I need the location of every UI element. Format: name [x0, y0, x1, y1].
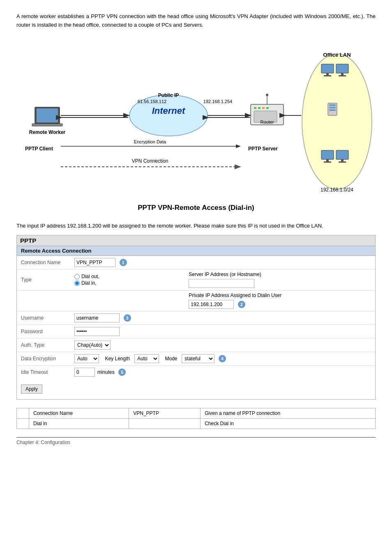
- ref-row-2: Dial in Check Dial in: [17, 419, 376, 429]
- svg-rect-31: [37, 108, 58, 122]
- connection-name-value-cell: 1: [70, 256, 184, 269]
- svg-text:VPN Connection: VPN Connection: [132, 158, 168, 164]
- connection-name-label: Connection Name: [17, 256, 70, 269]
- svg-rect-16: [341, 159, 344, 161]
- badge-4: 4: [219, 355, 226, 362]
- svg-rect-23: [258, 107, 261, 109]
- svg-text:PPTP Client: PPTP Client: [25, 146, 53, 152]
- auth-type-cell: Chap(Auto): [70, 339, 375, 352]
- svg-rect-6: [341, 73, 344, 75]
- mode-label: Mode: [165, 356, 177, 362]
- idle-timeout-input[interactable]: [74, 368, 95, 377]
- ref-num-empty-2: [17, 419, 29, 429]
- svg-rect-4: [324, 75, 331, 76]
- second-paragraph: The input IP address 192.168.1.200 will …: [16, 222, 376, 230]
- username-input[interactable]: [74, 313, 120, 322]
- network-diagram: Office LAN 192.168.1.0/24: [16, 39, 376, 200]
- server-ip-input[interactable]: [189, 279, 254, 288]
- row-type-private: Private IP Address Assigned to Dialin Us…: [17, 290, 375, 311]
- username-cell: 3: [70, 311, 375, 325]
- mode-select[interactable]: stateful: [182, 354, 214, 363]
- svg-rect-24: [262, 107, 265, 109]
- svg-text:Public IP: Public IP: [158, 92, 179, 98]
- diagram-title: PPTP VPN-Remote Access (Dial-in): [16, 204, 376, 212]
- row-idle-timeout: Idle Timeout minutes 5: [17, 366, 375, 379]
- svg-rect-11: [329, 109, 336, 111]
- svg-text:61.56.158.112: 61.56.158.112: [138, 99, 166, 104]
- svg-rect-2: [321, 64, 334, 73]
- connection-name-input[interactable]: [74, 258, 115, 267]
- type-options-cell: Dial out, Dial in,: [70, 269, 184, 290]
- apply-button[interactable]: Apply: [21, 385, 42, 394]
- badge-3: 3: [124, 314, 131, 322]
- footer: Chapter 4: Configuration: [16, 437, 376, 445]
- idle-timeout-cell: minutes 5: [70, 366, 375, 379]
- idle-timeout-label: Idle Timeout: [17, 366, 70, 379]
- badge-1: 1: [120, 259, 127, 266]
- idle-timeout-unit: minutes: [97, 369, 115, 375]
- private-ip-label: Private IP Address Assigned to Dialin Us…: [189, 292, 371, 298]
- svg-text:Encryption Data: Encryption Data: [134, 139, 166, 144]
- private-ip-input[interactable]: [189, 300, 234, 309]
- auth-type-select[interactable]: Chap(Auto): [74, 341, 111, 350]
- server-ip-label: Server IP Address (or Hostname): [189, 272, 371, 277]
- ref-num-empty-1: [17, 408, 29, 419]
- ref-col3-1: Given a name of PPTP connection: [201, 408, 376, 419]
- ref-col1-2: Dial in: [29, 419, 129, 429]
- key-length-select[interactable]: Auto: [134, 354, 159, 363]
- row-password: Password: [17, 325, 375, 339]
- data-enc-select[interactable]: Auto: [74, 354, 99, 363]
- dial-out-option: Dial out,: [74, 274, 180, 279]
- svg-rect-5: [336, 64, 348, 73]
- svg-rect-10: [329, 107, 336, 108]
- data-enc-label: Data Encryption: [17, 352, 70, 366]
- svg-text:Internet: Internet: [152, 106, 186, 116]
- private-ip-cell: Private IP Address Assigned to Dialin Us…: [184, 290, 375, 311]
- password-input[interactable]: [74, 327, 120, 336]
- ref-col2-2: [129, 419, 201, 429]
- svg-point-21: [266, 94, 268, 96]
- pptp-form-table: Connection Name 1 Type Dial out, Dial in…: [17, 256, 375, 379]
- dial-in-option: Dial in,: [74, 280, 180, 286]
- svg-rect-7: [339, 75, 346, 76]
- badge-2: 2: [238, 301, 245, 308]
- svg-rect-9: [329, 104, 336, 106]
- auth-type-label: Auth. Type: [17, 339, 70, 352]
- dial-in-label: Dial in,: [81, 280, 97, 286]
- svg-rect-25: [266, 107, 269, 109]
- ref-col3-2: Check Dial in: [201, 419, 376, 429]
- dial-out-radio[interactable]: [74, 274, 80, 279]
- ref-table: Connection Name VPN_PPTP Given a name of…: [16, 408, 376, 429]
- ref-col2-1: VPN_PPTP: [129, 408, 201, 419]
- pptp-section-title: Remote Access Connection: [17, 246, 375, 256]
- ref-row-1: Connection Name VPN_PPTP Given a name of…: [17, 408, 376, 419]
- svg-rect-13: [326, 159, 329, 161]
- svg-rect-3: [326, 73, 329, 75]
- pptp-panel: PPTP Remote Access Connection Connection…: [16, 235, 376, 400]
- dial-out-label: Dial out,: [81, 274, 99, 279]
- username-label: Username: [17, 311, 70, 325]
- intro-paragraph: A remote worker establishes a PPTP VPN c…: [16, 12, 376, 30]
- svg-rect-22: [254, 107, 256, 109]
- svg-text:192.168.1.254: 192.168.1.254: [203, 99, 232, 104]
- key-length-label: Key Length: [105, 356, 130, 362]
- svg-text:Office LAN: Office LAN: [323, 52, 350, 58]
- ref-col1-1: Connection Name: [29, 408, 129, 419]
- pptp-panel-title: PPTP: [17, 235, 375, 246]
- svg-point-0: [302, 54, 372, 189]
- svg-text:Router: Router: [260, 120, 274, 124]
- data-enc-cell: Auto Key Length Auto Mode stateful 4: [70, 352, 375, 366]
- password-cell: [70, 325, 375, 339]
- password-label: Password: [17, 325, 70, 339]
- dial-in-radio[interactable]: [74, 281, 80, 286]
- apply-section: Apply: [17, 379, 375, 399]
- svg-rect-32: [32, 124, 62, 126]
- svg-text:PPTP Server: PPTP Server: [248, 146, 278, 152]
- svg-text:192.168.1.0/24: 192.168.1.0/24: [321, 187, 353, 193]
- badge-5: 5: [118, 368, 126, 376]
- svg-rect-12: [321, 150, 334, 159]
- svg-text:Remote Worker: Remote Worker: [29, 129, 66, 135]
- row-username: Username 3: [17, 311, 375, 325]
- row-auth-type: Auth. Type Chap(Auto): [17, 339, 375, 352]
- svg-rect-14: [324, 161, 331, 163]
